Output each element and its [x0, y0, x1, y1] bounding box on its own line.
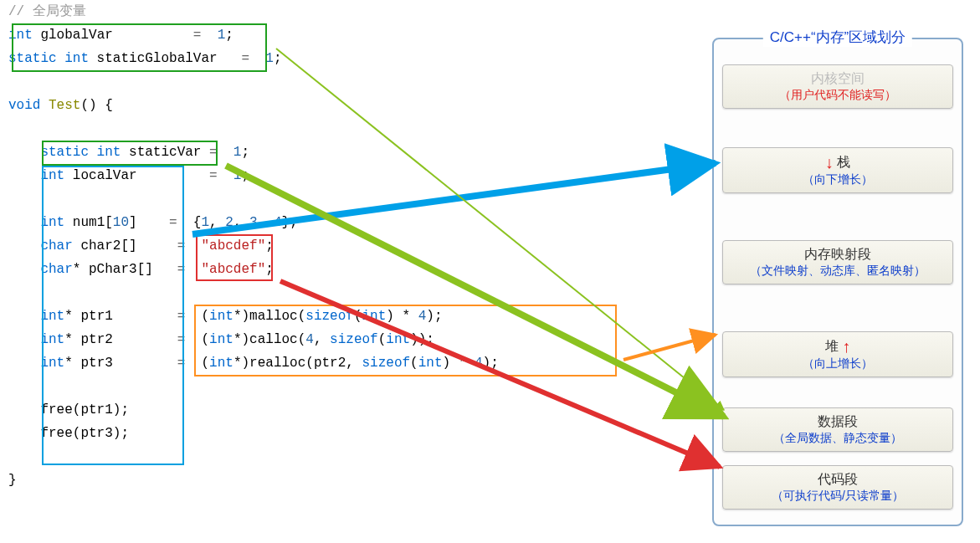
- mem-mmap-sub: （文件映射、动态库、匿名映射）: [726, 264, 949, 279]
- code-line-free3: free(ptr3);: [8, 422, 644, 445]
- mem-text-sub: （可执行代码/只读常量）: [726, 489, 949, 504]
- mem-heap: 堆 ↑ （向上增长）: [722, 331, 953, 377]
- code-line-staticglobalvar: static int staticGlobalVar = 1;: [8, 47, 644, 70]
- code-line-pchar3: char* pChar3[] = "abcdef";: [8, 258, 644, 281]
- code-line-ptr2: int* ptr2 = (int*)calloc(4, sizeof(int))…: [8, 328, 644, 351]
- mem-heap-sub: （向上增长）: [726, 356, 949, 371]
- code-line-char2: char char2[] = "abcdef";: [8, 234, 644, 258]
- mem-kernel-label: 内核空间: [811, 70, 865, 88]
- mem-data-label: 数据段: [818, 413, 858, 431]
- memory-panel: C/C++“内存”区域划分 内核空间 （用户代码不能读写） ↓ 栈 （向下增长）…: [712, 38, 963, 526]
- code-line-free1: free(ptr1);: [8, 398, 644, 422]
- mem-stack-sub: （向下增长）: [726, 172, 949, 187]
- code-line-ptr1: int* ptr1 = (int*)malloc(sizeof(int) * 4…: [8, 305, 644, 328]
- code-line-staticvar: static int staticVar = 1;: [8, 141, 644, 164]
- memory-panel-title: C/C++“内存”区域划分: [763, 28, 912, 47]
- comment-global: // 全局变量: [8, 0, 644, 23]
- code-line-globalvar: int globalVar = 1;: [8, 23, 644, 47]
- mem-text-label: 代码段: [818, 471, 858, 489]
- mem-text: 代码段 （可执行代码/只读常量）: [722, 465, 953, 510]
- arrow-down-icon: ↓: [825, 153, 834, 172]
- mem-kernel: 内核空间 （用户代码不能读写）: [722, 64, 953, 109]
- code-line-num1: int num1[10] = {1, 2, 3, 4};: [8, 211, 644, 234]
- code-line-ptr3: int* ptr3 = (int*)realloc(ptr2, sizeof(i…: [8, 351, 644, 375]
- code-line-fn: void Test() {: [8, 94, 644, 117]
- mem-mmap-label: 内存映射段: [804, 246, 871, 264]
- mem-mmap: 内存映射段 （文件映射、动态库、匿名映射）: [722, 240, 953, 284]
- mem-stack-label: 栈: [837, 154, 850, 172]
- code-line-close: }: [8, 469, 644, 492]
- mem-data: 数据段 （全局数据、静态变量）: [722, 407, 953, 452]
- arrow-up-icon: ↑: [842, 337, 850, 356]
- mem-data-sub: （全局数据、静态变量）: [726, 431, 949, 446]
- code-line-localvar: int localVar = 1;: [8, 164, 644, 187]
- mem-stack: ↓ 栈 （向下增长）: [722, 147, 953, 193]
- mem-heap-label: 堆: [825, 338, 839, 356]
- code-block: // 全局变量 int globalVar = 1; static int st…: [8, 0, 644, 492]
- mem-kernel-sub: （用户代码不能读写）: [726, 88, 949, 103]
